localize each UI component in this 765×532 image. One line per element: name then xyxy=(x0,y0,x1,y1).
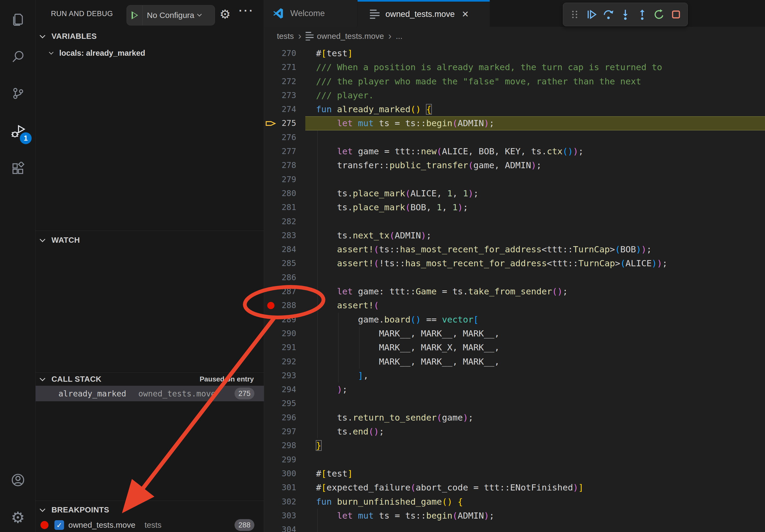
breadcrumb-item-tests[interactable]: tests xyxy=(277,32,294,41)
call-stack-frame[interactable]: already_marked owned_tests.move 275 xyxy=(36,386,264,401)
explorer-icon[interactable] xyxy=(0,3,36,35)
code-text[interactable]: ); xyxy=(305,383,765,397)
restart-button[interactable] xyxy=(652,4,667,25)
code-text[interactable]: assert!(!ts::has_most_recent_for_address… xyxy=(305,256,765,270)
breakpoints-section-header[interactable]: BREAKPOINTS xyxy=(36,502,264,517)
line-gutter[interactable]: 280 xyxy=(264,186,305,200)
code-text[interactable]: transfer::public_transfer(game, ADMIN); xyxy=(305,158,765,172)
line-gutter[interactable]: 304 xyxy=(264,523,305,532)
line-gutter[interactable]: 300 xyxy=(264,467,305,481)
code-text[interactable] xyxy=(305,271,765,285)
code-text[interactable]: /// player. xyxy=(305,89,765,102)
line-gutter[interactable]: 293 xyxy=(264,369,305,383)
toolbar-drag-handle[interactable] xyxy=(567,4,582,25)
current-line-marker[interactable] xyxy=(264,120,278,128)
line-gutter[interactable]: 297 xyxy=(264,424,305,438)
extensions-icon[interactable] xyxy=(0,153,36,185)
watch-section-header[interactable]: WATCH xyxy=(36,233,264,247)
step-into-button[interactable] xyxy=(618,4,633,25)
current-execution-line[interactable]: let mut ts = ts::begin(ADMIN); xyxy=(305,116,765,130)
step-out-button[interactable] xyxy=(635,4,650,25)
line-gutter[interactable]: 271 xyxy=(264,60,305,74)
more-actions-icon[interactable]: ··· xyxy=(239,5,254,17)
line-gutter[interactable]: 281 xyxy=(264,200,305,214)
line-gutter[interactable]: 294 xyxy=(264,383,305,397)
line-gutter[interactable]: 295 xyxy=(264,397,305,410)
code-text[interactable]: let game: ttt::Game = ts.take_from_sende… xyxy=(305,285,765,298)
code-text[interactable]: assert!(ts::has_most_recent_for_address<… xyxy=(305,242,765,256)
locals-scope-row[interactable]: locals: already_marked xyxy=(36,46,264,60)
line-gutter[interactable]: 299 xyxy=(264,453,305,467)
line-gutter[interactable]: 285 xyxy=(264,256,305,270)
tab-owned-tests-move[interactable]: owned_tests.move ✕ xyxy=(358,0,490,27)
code-text[interactable] xyxy=(305,523,765,532)
code-text[interactable]: /// When a position is already marked, t… xyxy=(305,60,765,74)
close-icon[interactable]: ✕ xyxy=(461,9,469,19)
code-text[interactable] xyxy=(305,131,765,144)
code-text[interactable] xyxy=(305,215,765,228)
breakpoint-checkbox[interactable]: ✓ xyxy=(54,520,64,530)
line-gutter[interactable]: 289 xyxy=(264,313,305,327)
line-gutter[interactable]: 288 xyxy=(264,298,305,312)
code-text[interactable]: #[expected_failure(abort_code = ttt::ENo… xyxy=(305,481,765,494)
line-gutter[interactable]: 303 xyxy=(264,509,305,523)
code-text[interactable]: ], xyxy=(305,369,765,383)
code-text[interactable]: #[test] xyxy=(305,46,765,60)
code-text[interactable] xyxy=(305,172,765,186)
line-gutter[interactable]: 298 xyxy=(264,438,305,452)
line-gutter[interactable]: 301 xyxy=(264,481,305,494)
code-text[interactable] xyxy=(305,397,765,410)
code-text[interactable]: assert!( xyxy=(305,298,765,312)
variables-section-header[interactable]: VARIABLES xyxy=(36,29,264,43)
code-text[interactable]: let game = ttt::new(ALICE, BOB, KEY, ts.… xyxy=(305,144,765,158)
debug-settings-gear-icon[interactable]: ⚙ xyxy=(220,7,231,21)
code-text[interactable]: /// the player who made the "false" move… xyxy=(305,75,765,89)
line-gutter[interactable]: 275 xyxy=(264,116,305,130)
continue-button[interactable] xyxy=(584,4,599,25)
line-gutter[interactable]: 302 xyxy=(264,495,305,509)
line-gutter[interactable]: 273 xyxy=(264,89,305,102)
line-gutter[interactable]: 276 xyxy=(264,131,305,144)
stop-button[interactable] xyxy=(668,4,684,25)
code-text[interactable]: fun burn_unfinished_game() { xyxy=(305,495,765,509)
line-gutter[interactable]: 284 xyxy=(264,242,305,256)
code-text[interactable]: ts.place_mark(BOB, 1, 1); xyxy=(305,200,765,214)
line-gutter[interactable]: 279 xyxy=(264,172,305,186)
step-over-button[interactable] xyxy=(601,4,616,25)
start-debug-icon[interactable] xyxy=(132,11,138,19)
code-text[interactable]: ts.return_to_sender(game); xyxy=(305,411,765,424)
line-gutter[interactable]: 278 xyxy=(264,158,305,172)
breakpoint-list-item[interactable]: ✓ owned_tests.move tests 288 xyxy=(36,518,264,532)
breadcrumb-item-file[interactable]: owned_tests.move xyxy=(317,32,384,41)
code-text[interactable]: #[test] xyxy=(305,467,765,481)
line-gutter[interactable]: 291 xyxy=(264,341,305,355)
code-text[interactable]: ts.place_mark(ALICE, 1, 1); xyxy=(305,186,765,200)
line-gutter[interactable]: 282 xyxy=(264,215,305,228)
code-text[interactable]: let mut ts = ts::begin(ADMIN); xyxy=(305,509,765,523)
code-text[interactable]: game.board() == vector[ xyxy=(305,313,765,327)
line-gutter[interactable]: 290 xyxy=(264,327,305,341)
line-gutter[interactable]: 292 xyxy=(264,355,305,369)
account-icon[interactable] xyxy=(0,464,36,496)
code-text[interactable]: ts.next_tx(ADMIN); xyxy=(305,228,765,242)
line-gutter[interactable]: 270 xyxy=(264,46,305,60)
launch-configuration-picker[interactable]: No Configura xyxy=(127,5,215,25)
line-gutter[interactable]: 296 xyxy=(264,411,305,424)
code-text[interactable]: ts.end(); xyxy=(305,424,765,438)
code-text[interactable]: } xyxy=(305,438,765,452)
line-gutter[interactable]: 286 xyxy=(264,271,305,285)
line-gutter[interactable]: 283 xyxy=(264,228,305,242)
code-editor[interactable]: 270#[test]271/// When a position is alre… xyxy=(264,46,765,532)
line-gutter[interactable]: 274 xyxy=(264,102,305,116)
source-control-icon[interactable] xyxy=(0,77,36,109)
run-and-debug-icon[interactable]: 1 xyxy=(0,116,36,148)
line-gutter[interactable]: 272 xyxy=(264,75,305,89)
code-text[interactable]: MARK__, MARK__, MARK__, xyxy=(305,327,765,341)
line-gutter[interactable]: 287 xyxy=(264,285,305,298)
tab-welcome[interactable]: Welcome xyxy=(264,0,357,27)
code-text[interactable] xyxy=(305,453,765,467)
code-text[interactable]: fun already_marked() { xyxy=(305,102,765,116)
search-icon[interactable] xyxy=(0,41,36,73)
settings-gear-icon[interactable]: ⚙ xyxy=(0,501,36,532)
code-text[interactable]: MARK__, MARK_X, MARK__, xyxy=(305,341,765,355)
